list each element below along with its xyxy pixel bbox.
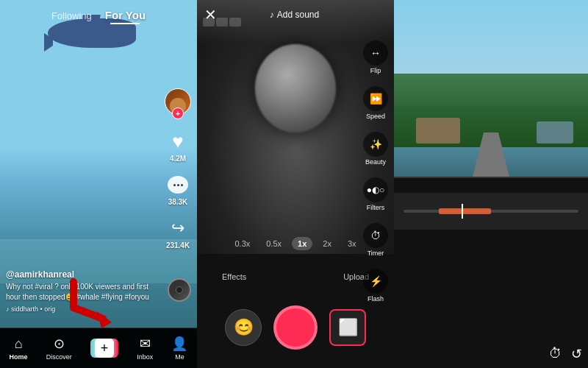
tool-flip[interactable]: ↔ Flip (363, 40, 388, 74)
speed-05x[interactable]: 0.5x (260, 237, 287, 250)
inbox-label: Inbox (137, 353, 153, 361)
speed-selector: 0.3x 0.5x 1x 2x 3x (197, 237, 394, 250)
nav-inbox[interactable]: ✉ Inbox (137, 336, 153, 361)
nav-home[interactable]: ⌂ Home (10, 336, 28, 361)
editor-bottom-icons: ⏱ ↺ (549, 346, 582, 362)
add-sound-button[interactable]: ♪ Add sound (270, 10, 319, 20)
foryou-tab[interactable]: For You (105, 9, 146, 21)
editor-panel: 16.5s selected ⏱ ↺ (394, 0, 588, 368)
discover-label: Discover (46, 353, 72, 361)
editor-video-preview (394, 0, 588, 177)
share-count: 231.4K (166, 241, 190, 250)
nav-discover[interactable]: ⊙ Discover (46, 336, 72, 361)
flash-label: Flash (368, 295, 384, 302)
speed-label: Speed (366, 113, 385, 120)
discover-icon: ⊙ (54, 336, 65, 352)
nav-add[interactable]: + (90, 339, 118, 358)
whale-tail (44, 33, 59, 52)
music-note-icon: ♪ (270, 10, 274, 20)
flash-icon: ⚡ (363, 269, 388, 294)
share-action[interactable]: ↪ 231.4K (166, 216, 190, 250)
effects-button[interactable]: 😊 (225, 309, 262, 346)
comment-icon[interactable] (166, 173, 190, 197)
vehicle (416, 118, 460, 144)
feed-panel: Following For You + ♥ 4.2M (0, 0, 197, 368)
add-button[interactable]: + (90, 339, 118, 358)
timer-editor-icon[interactable]: ⏱ (549, 346, 562, 362)
camera-top-bar: ✕ ♪ Add sound (197, 6, 394, 24)
upload-button[interactable]: ⬜ (329, 309, 366, 346)
effects-label[interactable]: Effects (222, 272, 246, 281)
like-action[interactable]: ♥ 4.2M (166, 130, 190, 163)
upload-icon: ⬜ (338, 318, 358, 337)
follow-button[interactable]: + (172, 107, 184, 119)
speed-3x[interactable]: 3x (342, 237, 362, 250)
add-sound-label: Add sound (277, 10, 319, 20)
share-icon[interactable]: ↪ (166, 216, 190, 240)
microphone-windscreen (255, 44, 336, 132)
music-disc[interactable] (168, 278, 191, 302)
filters-icon: ●◐○ (363, 177, 388, 202)
feed-top-nav: Following For You (0, 9, 197, 22)
timer-label: Timer (368, 250, 384, 257)
tool-speed[interactable]: ⏩ Speed (363, 86, 388, 120)
comment-action[interactable]: 38.3K (166, 173, 190, 206)
comment-count: 38.3K (168, 198, 188, 206)
me-label: Me (175, 353, 184, 361)
inbox-icon: ✉ (140, 336, 151, 352)
record-controls: 😊 ⬜ (197, 305, 394, 350)
filters-label: Filters (367, 204, 385, 211)
timeline-selection (439, 208, 491, 214)
speed-icon: ⏩ (363, 86, 388, 111)
vehicle-2 (537, 121, 573, 144)
tool-filters[interactable]: ●◐○ Filters (363, 177, 388, 211)
record-button-inner (279, 311, 312, 344)
camera-panel: ✕ ♪ Add sound ↔ Flip ⏩ Speed ✨ Beauty ●◐… (197, 0, 394, 368)
speed-2x[interactable]: 2x (317, 237, 337, 250)
home-label: Home (10, 353, 28, 361)
creator-avatar[interactable]: + (165, 88, 191, 115)
music-disc-inner (176, 286, 183, 294)
timeline-area (394, 193, 588, 230)
flip-icon: ↔ (363, 40, 388, 66)
rotate-icon[interactable]: ↺ (571, 346, 582, 362)
flip-label: Flip (370, 67, 381, 74)
like-count: 4.2M (170, 155, 186, 163)
tool-beauty[interactable]: ✨ Beauty (363, 132, 388, 166)
following-tab[interactable]: Following (51, 10, 92, 21)
svg-marker-1 (97, 311, 112, 328)
timeline-playhead (462, 204, 463, 219)
timeline-bar (404, 210, 578, 213)
camera-tools: ↔ Flip ⏩ Speed ✨ Beauty ●◐○ Filters ⏱ Ti… (363, 40, 388, 302)
record-button[interactable] (273, 305, 318, 350)
placeholder (273, 272, 317, 281)
tool-flash[interactable]: ⚡ Flash (363, 269, 388, 302)
speed-1x[interactable]: 1x (292, 237, 312, 250)
speed-03x[interactable]: 0.3x (229, 237, 256, 250)
red-arrow-indicator (66, 278, 125, 330)
editor-controls: 16.5s selected ⏱ ↺ (394, 178, 588, 368)
home-icon: ⌂ (15, 336, 23, 352)
plus-icon: + (101, 342, 109, 355)
profile-icon: 👤 (171, 336, 187, 352)
nav-me[interactable]: 👤 Me (171, 336, 187, 361)
active-tab-indicator (110, 23, 140, 24)
beauty-label: Beauty (365, 158, 386, 166)
close-button[interactable]: ✕ (204, 6, 217, 24)
feed-actions: + ♥ 4.2M 38.3K ↪ 231.4K (165, 88, 191, 250)
feed-bottom-nav: ⌂ Home ⊙ Discover + ✉ Inbox 👤 Me (0, 328, 197, 368)
heart-icon[interactable]: ♥ (166, 130, 190, 153)
beauty-icon: ✨ (363, 132, 388, 157)
